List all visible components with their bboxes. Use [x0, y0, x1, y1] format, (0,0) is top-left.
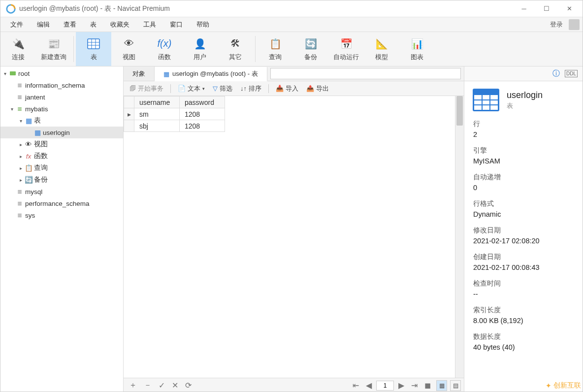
info-icon[interactable]: ⓘ [552, 69, 560, 78]
ddl-icon[interactable]: DDL [565, 70, 578, 77]
grid-wrap: username password ▸ sm 1208 sbj 1208 [124, 96, 464, 378]
add-row-button[interactable]: ＋ [127, 380, 139, 391]
import-button[interactable]: 📥导入 [273, 83, 301, 94]
tool-new-query[interactable]: 📰新建查询 [36, 32, 71, 66]
user-icon: 👤 [193, 37, 207, 51]
tree-db[interactable]: ≣jantent [0, 91, 123, 103]
tree-db[interactable]: ≣mysql [0, 186, 123, 197]
other-icon: 🛠 [228, 37, 242, 51]
sort-button[interactable]: ↓↑排序 [237, 83, 264, 94]
data-grid[interactable]: username password ▸ sm 1208 sbj 1208 [124, 96, 455, 378]
stop-button[interactable]: ◼ [422, 381, 433, 390]
begin-transaction-button[interactable]: 🗐开始事务 [127, 83, 166, 94]
tab-userlogin[interactable]: ▦userlogin @mybatis (root) - 表 [155, 67, 267, 81]
menu-help[interactable]: 帮助 [190, 18, 216, 31]
tree-db-mybatis[interactable]: ▾≣mybatis [0, 103, 123, 115]
table-group-icon: ▦ [24, 117, 33, 125]
row-indicator [124, 120, 134, 132]
menu-file[interactable]: 文件 [3, 18, 30, 31]
menu-edit[interactable]: 编辑 [30, 18, 57, 31]
filter-button[interactable]: ▽筛选 [210, 83, 235, 94]
commit-button[interactable]: ✓ [156, 381, 167, 390]
panel-value: Dynamic [473, 210, 574, 218]
menu-view[interactable]: 查看 [57, 18, 83, 31]
first-page-button[interactable]: ⇤ [350, 381, 361, 390]
last-page-button[interactable]: ⇥ [409, 381, 420, 390]
cell[interactable]: 1208 [180, 120, 225, 132]
tree-db[interactable]: ≣performance_schema [0, 197, 123, 209]
export-button[interactable]: 📤导出 [303, 83, 332, 94]
tree-table-userlogin[interactable]: ▦userlogin [0, 127, 123, 138]
panel-label: 引擎 [473, 146, 574, 155]
tab-objects[interactable]: 对象 [124, 66, 155, 81]
tool-connection[interactable]: 🔌连接 [0, 32, 36, 66]
vertical-scrollbar[interactable] [455, 96, 464, 378]
backup-icon: 🔄 [304, 37, 318, 51]
database-icon: ≣ [15, 188, 24, 196]
content-area: 对象 ▦userlogin @mybatis (root) - 表 🗐开始事务 … [124, 66, 464, 392]
grid-view-button[interactable]: ▦ [436, 380, 447, 391]
cell[interactable]: sbj [134, 120, 180, 132]
tree-db[interactable]: ≣sys [0, 209, 123, 221]
tool-chart[interactable]: 📊图表 [399, 32, 435, 66]
tool-query[interactable]: 📋查询 [258, 32, 293, 66]
menu-window[interactable]: 窗口 [163, 18, 190, 31]
content-tabs: 对象 ▦userlogin @mybatis (root) - 表 [124, 66, 464, 81]
function-icon: fx [24, 152, 33, 160]
tab-search[interactable] [270, 68, 461, 79]
col-username[interactable]: username [134, 97, 180, 108]
menu-table[interactable]: 表 [83, 18, 103, 31]
tree-db[interactable]: ≣information_schema [0, 79, 123, 91]
tree-views[interactable]: ▸👁视图 [0, 138, 123, 150]
avatar[interactable] [569, 19, 580, 30]
delete-row-button[interactable]: － [141, 380, 154, 391]
table-row[interactable]: ▸ sm 1208 [124, 108, 225, 120]
menu-tools[interactable]: 工具 [136, 18, 163, 31]
table-row[interactable]: sbj 1208 [124, 120, 225, 132]
export-icon: 📤 [306, 85, 314, 92]
next-page-button[interactable]: ▶ [396, 381, 407, 390]
tool-view[interactable]: 👁视图 [111, 32, 147, 66]
panel-label: 索引长度 [473, 306, 574, 315]
refresh-button[interactable]: ⟳ [183, 381, 194, 390]
database-icon: ≣ [15, 105, 24, 113]
page-input[interactable] [376, 381, 394, 391]
backup-icon: 🔄 [24, 176, 33, 184]
login-link[interactable]: 登录 [546, 18, 567, 31]
tool-other[interactable]: 🛠其它 [218, 32, 253, 66]
tool-backup[interactable]: 🔄备份 [293, 32, 328, 66]
panel-value: 40 bytes (40) [473, 343, 574, 351]
tree-functions[interactable]: ▸fx函数 [0, 150, 123, 162]
tool-model[interactable]: 📐模型 [364, 32, 399, 66]
prev-page-button[interactable]: ◀ [363, 381, 374, 390]
tree-backup[interactable]: ▸🔄备份 [0, 174, 123, 186]
new-query-icon: 📰 [47, 37, 61, 51]
tree-tables-group[interactable]: ▾▦表 [0, 115, 123, 127]
maximize-button[interactable]: ☐ [535, 0, 558, 17]
automation-icon: 📅 [339, 37, 353, 51]
col-password[interactable]: password [180, 97, 225, 108]
database-icon: ≣ [15, 211, 24, 219]
cell[interactable]: sm [134, 108, 180, 120]
server-icon [8, 69, 17, 77]
titlebar: userlogin @mybatis (root) - 表 - Navicat … [0, 0, 583, 17]
svg-rect-1 [88, 39, 99, 49]
tree-queries[interactable]: ▸📋查询 [0, 162, 123, 174]
main-area: ▾root ≣information_schema ≣jantent ▾≣myb… [0, 66, 583, 392]
cancel-button[interactable]: ✕ [169, 381, 181, 390]
cell[interactable]: 1208 [180, 108, 225, 120]
panel-value: MyISAM [473, 157, 574, 165]
tool-table[interactable]: 表 [76, 32, 111, 66]
close-button[interactable]: ✕ [558, 0, 581, 17]
menu-favorites[interactable]: 收藏夹 [103, 18, 136, 31]
tool-automation[interactable]: 📅自动运行 [328, 32, 364, 66]
table-icon [87, 37, 100, 51]
tool-function[interactable]: f(x)函数 [147, 32, 182, 66]
status-bar: ＋ － ✓ ✕ ⟳ ⇤ ◀ ▶ ⇥ ◼ ▦ ▤ [124, 378, 464, 392]
form-view-button[interactable]: ▤ [450, 380, 461, 391]
tree-root[interactable]: ▾root [0, 67, 123, 79]
minimize-button[interactable]: ─ [513, 0, 535, 17]
sort-icon: ↓↑ [240, 85, 247, 92]
tool-user[interactable]: 👤用户 [182, 32, 218, 66]
text-button[interactable]: 📄文本▾ [175, 83, 208, 94]
